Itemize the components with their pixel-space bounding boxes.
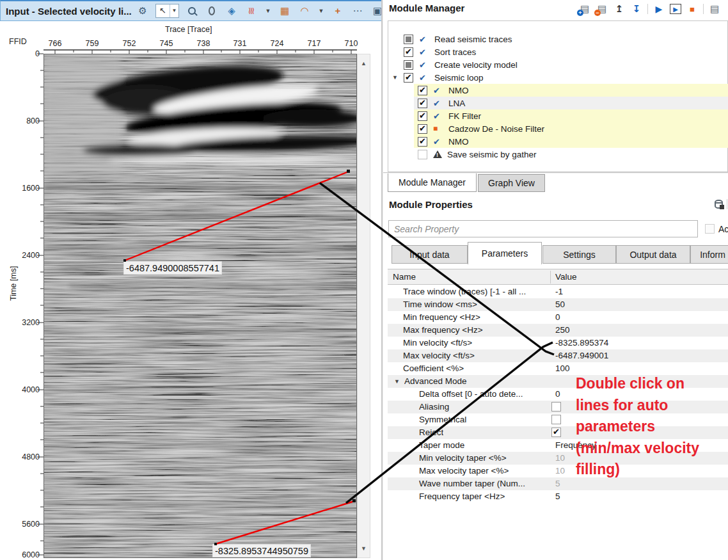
annotation-line: filling) [576,459,728,481]
module-label: Seismic loop [434,73,484,83]
property-name: Symmetrical [419,415,466,424]
module-checkbox[interactable] [418,150,427,159]
flow-list-icon[interactable]: ▤ [708,3,721,15]
tab-information[interactable]: Inform [690,245,728,264]
module-status-check-icon: ✔ [419,60,429,70]
module-label: LNA [448,99,465,108]
property-value[interactable]: 0 [555,312,560,322]
run-interactive-icon[interactable]: ▶ [670,4,681,14]
module-manager-panel: Module Manager ▤+ ▤− ↥ ↧ ▶ ▶ ■ ▤ ✔ Read … [383,0,728,560]
module-status-stop-icon: ■ [433,124,443,133]
property-value[interactable]: 50 [555,300,565,309]
annotation-line: (min/max velocity [576,438,728,460]
module-manager-title: Module Manager [389,3,464,13]
property-value[interactable]: -6487.949001 [555,351,608,360]
tab-settings[interactable]: Settings [542,245,616,264]
tab-label: Settings [563,250,596,260]
module-row[interactable]: ✔ NMO [388,135,728,148]
column-name: Name [393,272,416,282]
tab-graph-view[interactable]: Graph View [478,174,545,192]
property-name: Advanced Mode [404,376,467,386]
module-checkbox[interactable] [418,111,427,121]
module-status-check-icon: ✔ [419,47,429,57]
property-name: Max frequency <Hz> [403,325,483,335]
max-velocity-pick-label: -6487.9490008557741 [123,261,222,275]
property-row[interactable]: Max frequency <Hz> 250 [388,324,728,337]
clipboard-icon[interactable] [725,3,728,15]
property-name: Min frequency <Hz> [403,312,480,322]
property-value[interactable]: -8325.895374 [555,338,608,348]
property-value[interactable]: 100 [555,364,570,373]
module-row[interactable]: ✔ Create velocity model [388,58,728,71]
property-value[interactable]: -1 [555,287,563,296]
property-value[interactable]: 250 [555,325,570,335]
vertical-scrollbar[interactable]: ▲ ▼ [357,54,370,558]
module-checkbox[interactable] [404,35,413,44]
reject-checkbox[interactable] [551,428,561,437]
tab-label: Module Manager [399,177,466,188]
column-divider[interactable] [550,271,551,284]
tab-parameters[interactable]: Parameters [468,242,542,264]
property-row[interactable]: Trace window (traces) [-1 - all ... -1 [388,285,728,298]
min-velocity-pick-label: -8325.8953744950759 [212,544,311,557]
module-checkbox[interactable] [418,124,427,134]
property-name: Min velocity taper <%> [419,453,507,463]
module-status-check-icon: ✔ [433,137,443,147]
property-value[interactable]: 5 [555,492,560,501]
tab-label: Input data [409,250,449,260]
symmetrical-checkbox[interactable] [551,415,561,424]
module-row[interactable]: ■ Cadzow De - Noise Filter [388,122,728,135]
module-checkbox[interactable] [418,137,427,147]
annotation-line: Double click on [576,373,728,395]
move-down-icon[interactable]: ↧ [630,3,643,15]
run-icon[interactable]: ▶ [653,3,665,15]
seismic-image[interactable] [44,54,357,558]
module-row[interactable]: ✔ NMO [388,84,728,97]
move-up-icon[interactable]: ↥ [613,3,626,15]
annotation-line: parameters [576,416,728,438]
seismic-display-panel: Input - Selected velocity li... ⚙ ↖ ▼ ◈ … [0,0,382,560]
module-status-check-icon: ✔ [419,35,429,44]
module-row[interactable]: ✔ Sort traces [388,45,728,58]
module-label: Create velocity model [434,60,518,70]
expander-icon[interactable]: ▼ [392,74,398,81]
module-checkbox[interactable] [418,99,427,108]
database-save-icon[interactable] [715,200,723,209]
module-row[interactable]: ✔ LNA [388,97,728,109]
tab-input-data[interactable]: Input data [392,245,468,264]
module-row[interactable]: Save seismic by gather [388,148,728,161]
property-row[interactable]: Min frequency <Hz> 0 [388,311,728,324]
property-row[interactable]: Time window <ms> 50 [388,298,728,311]
remove-module-icon[interactable]: ▤− [596,3,608,15]
property-name: Time window <ms> [403,300,477,309]
scroll-up-icon[interactable]: ▲ [358,57,370,70]
advanced-checkbox[interactable] [705,224,715,234]
module-label: FK Filter [448,111,481,121]
property-name: Trace window (traces) [-1 - all ... [403,287,526,296]
module-list: ✔ Read seismic traces ✔ Sort traces ✔ Cr… [388,20,728,172]
module-checkbox[interactable] [404,47,413,57]
stop-icon[interactable]: ■ [686,3,699,15]
search-property-input[interactable] [388,220,698,237]
tab-module-manager[interactable]: Module Manager [388,173,477,192]
tab-label: Inform [700,250,725,260]
property-row[interactable]: Frequency taper <Hz> 5 [388,490,728,503]
module-label: NMO [448,86,469,95]
add-module-icon[interactable]: ▤+ [578,3,591,15]
module-checkbox[interactable] [404,73,413,83]
toolbar-separator [647,4,648,14]
scroll-down-icon[interactable]: ▼ [358,542,370,555]
module-row[interactable]: ▼ ✔ Seismic loop [388,71,728,84]
module-checkbox[interactable] [418,86,427,95]
module-row[interactable]: ✔ FK Filter [388,109,728,122]
aliasing-checkbox[interactable] [551,402,561,412]
module-row[interactable]: ✔ Read seismic traces [388,33,728,45]
module-properties-icons: ∨ [715,199,728,209]
property-row-max-velocity[interactable]: Max velocity <ft/s> -6487.949001 [388,349,728,362]
expander-icon[interactable]: ▼ [394,378,400,385]
property-row-min-velocity[interactable]: Min velocity <ft/s> -8325.895374 [388,337,728,349]
tab-output-data[interactable]: Output data [616,245,690,264]
property-value[interactable]: 0 [555,389,560,399]
toolbar-separator [727,199,727,209]
module-checkbox[interactable] [404,60,413,70]
